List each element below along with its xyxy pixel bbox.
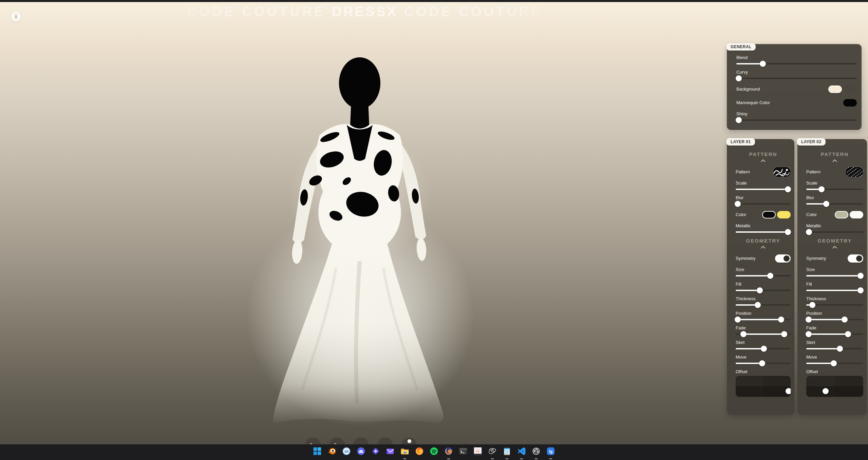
slider-track[interactable] (806, 361, 863, 366)
slider-thumb[interactable] (760, 61, 766, 67)
slider-thumb[interactable] (837, 346, 843, 352)
slider-track[interactable] (806, 302, 863, 308)
color-swatch[interactable] (762, 211, 776, 218)
range-thumb-low[interactable] (806, 331, 812, 337)
taskbar-icon-terminal[interactable] (458, 446, 468, 460)
slider-track[interactable] (736, 346, 791, 352)
slider-track[interactable] (806, 288, 863, 293)
slider-thumb[interactable] (831, 360, 837, 366)
offset-pad-quadrant (835, 376, 863, 386)
taskbar-icon-qbittorrent[interactable]: qb (341, 446, 352, 460)
slider-track[interactable] (736, 187, 791, 192)
slider-thumb[interactable] (857, 287, 864, 293)
slider-thumb[interactable] (735, 201, 741, 207)
taskbar-icon-vscode[interactable] (516, 446, 527, 460)
taskbar-icon-paint-doodle[interactable] (487, 446, 497, 460)
color-swatch[interactable] (850, 211, 863, 218)
panel-tab-layer02[interactable]: LAYER 02 (797, 138, 826, 146)
range-thumb-low[interactable] (806, 317, 812, 323)
range-thumb-low[interactable] (740, 331, 747, 337)
offset-pad[interactable] (806, 376, 863, 397)
taskbar-icon-proton-mail[interactable] (385, 446, 395, 460)
taskbar-icon-windows-start[interactable] (312, 446, 322, 460)
slider-thumb[interactable] (809, 302, 815, 308)
taskbar-icon-firefox-nightly[interactable] (444, 446, 454, 460)
slider-track[interactable] (736, 117, 857, 123)
slider-track[interactable] (806, 229, 863, 235)
slider-thumb[interactable] (785, 229, 791, 235)
color-swatch[interactable] (777, 211, 791, 218)
collapse-chevron-icon[interactable] (806, 244, 863, 250)
slider-thumb[interactable] (806, 229, 812, 235)
taskbar-icon-file-explorer[interactable] (400, 446, 410, 460)
symmetry-toggle[interactable] (775, 254, 791, 263)
range-thumb-low[interactable] (735, 317, 741, 323)
slider-thumb[interactable] (785, 186, 791, 192)
range-thumb-high[interactable] (842, 317, 848, 323)
slider-thumb[interactable] (761, 346, 767, 352)
color-swatch[interactable] (835, 211, 848, 218)
collapse-chevron-icon[interactable] (736, 244, 791, 250)
color-swatches (835, 211, 863, 218)
slider-track[interactable] (736, 76, 857, 81)
range-track[interactable] (806, 331, 863, 337)
slider-track[interactable] (736, 361, 791, 366)
taskbar-icon-spotify[interactable] (429, 446, 439, 460)
pattern-swatch[interactable] (773, 167, 791, 177)
range-thumb-high[interactable] (778, 317, 784, 323)
slider-track[interactable] (806, 346, 863, 352)
range-track[interactable] (736, 331, 791, 337)
header-marquee: CODE COUTURE DRESSX CODE COUTURE (149, 4, 580, 19)
pattern-row: Pattern (806, 167, 863, 177)
dress-viewport[interactable] (234, 51, 485, 427)
window-top-edge (0, 0, 868, 2)
color-swatch[interactable] (828, 85, 842, 93)
offset-pad-handle[interactable] (823, 388, 829, 394)
taskbar-icon-discord[interactable] (356, 446, 366, 460)
pattern-swatch[interactable] (846, 167, 863, 177)
range-label: Fade (806, 325, 863, 330)
slider-thumb[interactable] (736, 75, 742, 81)
range-thumb-high[interactable] (845, 331, 851, 337)
taskbar-icon-notepad[interactable] (502, 446, 512, 460)
slider-track[interactable] (736, 273, 791, 279)
taskbar-icon-media-player[interactable] (371, 446, 381, 460)
range-thumb-high[interactable] (781, 331, 787, 337)
offset-pad-handle[interactable] (786, 388, 791, 394)
slider-track[interactable] (736, 288, 791, 293)
taskbar-icon-anime-avatar[interactable] (473, 446, 483, 460)
slider-thumb[interactable] (767, 273, 773, 279)
panel-tab-layer01[interactable]: LAYER 01 (726, 138, 755, 146)
slider-thumb[interactable] (736, 117, 742, 123)
slider-thumb[interactable] (755, 302, 761, 308)
slider-row-fill: Fill (736, 282, 791, 293)
slider-track[interactable] (736, 302, 791, 308)
panel-tab-general[interactable]: GENERAL (726, 43, 756, 51)
taskbar-icon-firefox[interactable] (414, 446, 424, 460)
slider-track[interactable] (736, 229, 791, 235)
info-button[interactable]: i (11, 12, 21, 22)
offset-label: Offset (806, 369, 863, 374)
slider-thumb[interactable] (757, 287, 763, 293)
taskbar-icon-imageglass[interactable]: ig (546, 446, 556, 460)
taskbar-icon-blender[interactable] (327, 446, 337, 460)
slider-track[interactable] (806, 187, 863, 192)
slider-thumb[interactable] (857, 273, 864, 279)
color-swatch[interactable] (843, 99, 857, 107)
collapse-chevron-icon[interactable] (806, 157, 863, 164)
slider-track[interactable] (806, 273, 863, 279)
offset-pad[interactable] (736, 376, 791, 397)
slider-track[interactable] (736, 61, 857, 67)
range-track[interactable] (736, 317, 791, 323)
slider-thumb[interactable] (818, 186, 825, 192)
range-track[interactable] (806, 317, 863, 323)
slider-thumb[interactable] (759, 360, 765, 366)
symmetry-toggle[interactable] (848, 254, 863, 263)
taskbar-icon-obs-studio[interactable] (531, 446, 541, 460)
slider-label: Skirt (736, 340, 791, 345)
slider-track[interactable] (806, 201, 863, 207)
color-swatch[interactable] (843, 85, 857, 93)
collapse-chevron-icon[interactable] (736, 157, 791, 164)
slider-thumb[interactable] (823, 201, 829, 207)
slider-track[interactable] (736, 201, 791, 207)
